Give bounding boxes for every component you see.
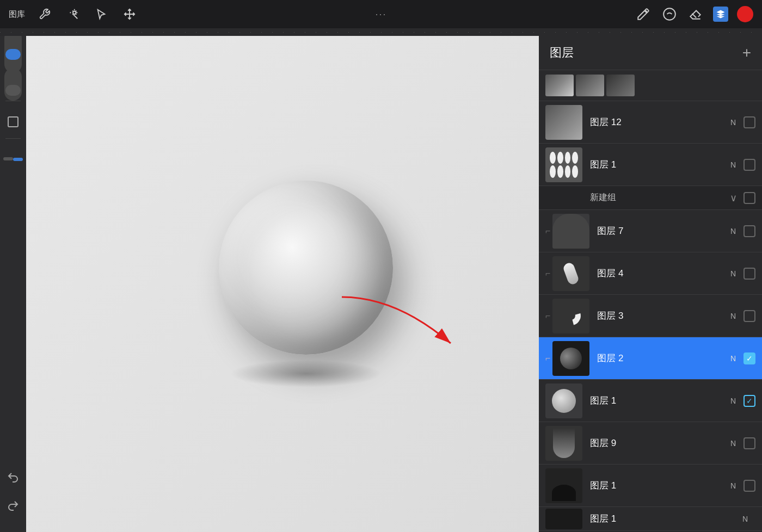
layer-check-12[interactable] (743, 116, 755, 128)
layer-name-12: 图层 12 (590, 116, 730, 128)
layer-thumb-1a (545, 147, 582, 182)
square-tool-button[interactable] (3, 112, 23, 132)
sphere-object (219, 181, 393, 387)
layer-thumb-9 (545, 426, 582, 461)
layer-indent-2: ⌐ (545, 354, 550, 363)
layer-check-7[interactable] (743, 225, 755, 237)
layer-blend-4: N (730, 269, 736, 278)
dot-menu[interactable]: ··· (375, 9, 386, 20)
group-chevron-icon[interactable]: ∨ (730, 192, 737, 204)
layer-row-1d[interactable]: 图层 1 N (539, 507, 762, 531)
layer-name-2: 图层 2 (597, 352, 730, 364)
layer-name-1c: 图层 1 (590, 479, 730, 492)
eraser-tool-button[interactable] (687, 5, 704, 23)
thumb-dots (545, 147, 582, 182)
opacity-slider[interactable] (3, 41, 23, 61)
redo-button[interactable] (3, 496, 23, 516)
layer-indent-4: ⌐ (545, 269, 550, 279)
drag-handle[interactable] (3, 150, 23, 169)
horizontal-ruler (0, 28, 762, 36)
brush-tool-button[interactable] (635, 5, 652, 23)
layer-thumb-1c (545, 468, 582, 503)
group-thumb-1 (545, 75, 574, 96)
layer-row-12[interactable]: 图层 12 N (539, 101, 762, 144)
magic-wand-button[interactable] (64, 5, 82, 23)
layer-check-1c[interactable] (743, 480, 755, 492)
layer-name-1d: 图层 1 (590, 512, 742, 525)
layers-title: 图层 (550, 45, 574, 61)
layer-row-1b[interactable]: 图层 1 N ✓ (539, 380, 762, 422)
left-sidebar (0, 36, 26, 532)
layer-row-7[interactable]: ⌐ 图层 7 N (539, 210, 762, 252)
layer-check-1a[interactable] (743, 159, 755, 171)
smudge-tool-button[interactable] (661, 5, 678, 23)
layer-row-1a[interactable]: 图层 1 N (539, 144, 762, 186)
layer-blend-2: N (730, 354, 736, 363)
group-check[interactable] (743, 192, 755, 204)
layer-blend-7: N (730, 227, 736, 236)
sphere-shadow (230, 360, 382, 387)
svg-rect-1 (8, 117, 18, 127)
layer-thumb-1d (545, 509, 582, 529)
layer-name-9: 图层 9 (590, 437, 730, 449)
layer-name-1b: 图层 1 (590, 394, 730, 407)
size-slider[interactable] (3, 75, 23, 94)
layer-check-2[interactable]: ✓ (743, 352, 755, 364)
layer-check-4[interactable] (743, 268, 755, 280)
layer-blend-1d: N (742, 515, 748, 523)
layer-check-1b[interactable]: ✓ (743, 395, 755, 407)
layer-blend-1a: N (730, 160, 736, 169)
layers-add-button[interactable]: + (742, 45, 751, 60)
sphere-shape (219, 181, 393, 355)
layer-row-3[interactable]: ⌐ 图层 3 N (539, 295, 762, 337)
layer-check-9[interactable] (743, 437, 755, 449)
layer-thumb-2 (552, 341, 589, 376)
layer-name-3: 图层 3 (597, 310, 730, 322)
group-thumb-2 (576, 75, 604, 96)
transform-button[interactable] (121, 5, 138, 23)
layer-check-3[interactable] (743, 310, 755, 322)
layer-row-1c[interactable]: 图层 1 N (539, 465, 762, 507)
group-thumb-strip (545, 190, 582, 206)
gallery-button[interactable]: 图库 (9, 9, 25, 20)
layer-group-strip (539, 70, 762, 101)
layer-row-4[interactable]: ⌐ 图层 4 N (539, 252, 762, 295)
layers-button[interactable] (713, 7, 728, 22)
layer-name-1a: 图层 1 (590, 158, 730, 171)
layer-blend-1c: N (730, 481, 736, 490)
layer-blend-9: N (730, 439, 736, 448)
color-picker-button[interactable] (737, 6, 753, 22)
layer-row-2[interactable]: ⌐ 图层 2 N ✓ (539, 337, 762, 380)
group-name: 新建组 (590, 192, 730, 203)
layer-name-4: 图层 4 (597, 267, 730, 280)
toolbar-left: 图库 (9, 5, 138, 23)
layers-list: 图层 12 N 图层 1 N (539, 101, 762, 532)
layer-blend-3: N (730, 312, 736, 320)
layer-blend-12: N (730, 118, 736, 127)
wrench-tool-button[interactable] (36, 5, 53, 23)
layer-indent-3: ⌐ (545, 311, 550, 321)
selection-button[interactable] (93, 5, 110, 23)
layers-panel: 图层 + 图层 12 N (539, 36, 762, 532)
layer-name-7: 图层 7 (597, 225, 730, 237)
top-toolbar: 图库 ··· (0, 0, 762, 28)
toolbar-right (635, 5, 753, 23)
layer-thumb-4 (552, 256, 589, 291)
layer-blend-1b: N (730, 397, 736, 405)
sidebar-divider-2 (5, 101, 21, 101)
undo-button[interactable] (3, 468, 23, 487)
layer-row-9[interactable]: 图层 9 N (539, 422, 762, 465)
layer-thumb-7 (552, 214, 589, 249)
svg-point-0 (73, 11, 76, 15)
layer-group-header[interactable]: 新建组 ∨ (539, 186, 762, 210)
layer-thumb-12 (545, 105, 582, 140)
layer-thumb-1b (545, 383, 582, 418)
layers-header: 图层 + (539, 36, 762, 70)
layer-indent-7: ⌐ (545, 226, 550, 236)
sidebar-divider-3 (5, 138, 21, 139)
toolbar-center: ··· (375, 9, 386, 20)
layer-thumb-3 (552, 299, 589, 333)
group-thumb-3 (606, 75, 635, 96)
